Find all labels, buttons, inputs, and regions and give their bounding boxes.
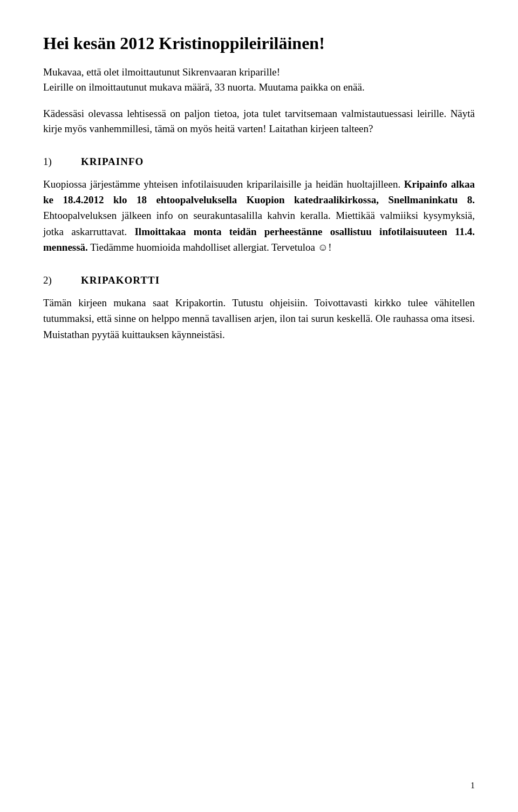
section-2-title: KRIPAKORTTI bbox=[81, 274, 160, 286]
section-1-bold-2: Ilmoittakaa monta teidän perheestänne os… bbox=[43, 226, 475, 253]
section-2-number: 2) bbox=[43, 274, 59, 286]
section-2-heading: 2) KRIPAKORTTI bbox=[43, 274, 475, 286]
intro-line-1: Mukavaa, että olet ilmoittautunut Sikren… bbox=[43, 65, 475, 95]
section-1-number: 1) bbox=[43, 156, 59, 168]
body-paragraph-1: Kädessäsi olevassa lehtisessä on paljon … bbox=[43, 106, 475, 137]
section-1-body: Kuopiossa järjestämme yhteisen infotilai… bbox=[43, 176, 475, 256]
section-1-heading: 1) KRIPAINFO bbox=[43, 156, 475, 168]
info-word: info bbox=[156, 210, 173, 221]
section-1-bold-1: Kripainfo alkaa ke 18.4.2012 klo 18 ehto… bbox=[43, 178, 475, 205]
page-container: Hei kesän 2012 Kristinoppileiriläinen! M… bbox=[0, 0, 518, 812]
section-1-title: KRIPAINFO bbox=[81, 156, 144, 168]
page-number: 1 bbox=[471, 781, 475, 790]
section-2-body: Tämän kirjeen mukana saat Kripakortin. T… bbox=[43, 295, 475, 342]
page-title: Hei kesän 2012 Kristinoppileiriläinen! bbox=[43, 32, 475, 55]
